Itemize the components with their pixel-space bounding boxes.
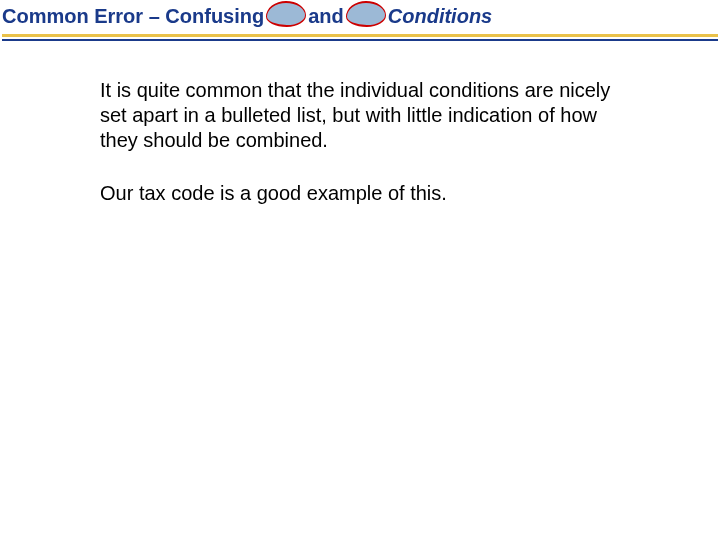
circled-blob-1 [266,1,306,31]
slide: Common Error – Confusing and Conditions … [0,0,720,540]
circled-blob-2 [346,1,386,31]
title-part1: Common Error – Confusing [2,5,264,28]
paragraph-1: It is quite common that the individual c… [100,78,640,153]
underline-yellow [2,34,718,37]
blob-icon [266,1,306,27]
title-part2: Conditions [388,5,492,28]
paragraph-2: Our tax code is a good example of this. [100,181,640,206]
body-text: It is quite common that the individual c… [100,78,640,206]
underline-blue [2,39,718,41]
slide-title: Common Error – Confusing and Conditions [2,2,718,30]
title-connector: and [308,5,344,28]
blob-icon [346,1,386,27]
title-underline [2,34,718,44]
